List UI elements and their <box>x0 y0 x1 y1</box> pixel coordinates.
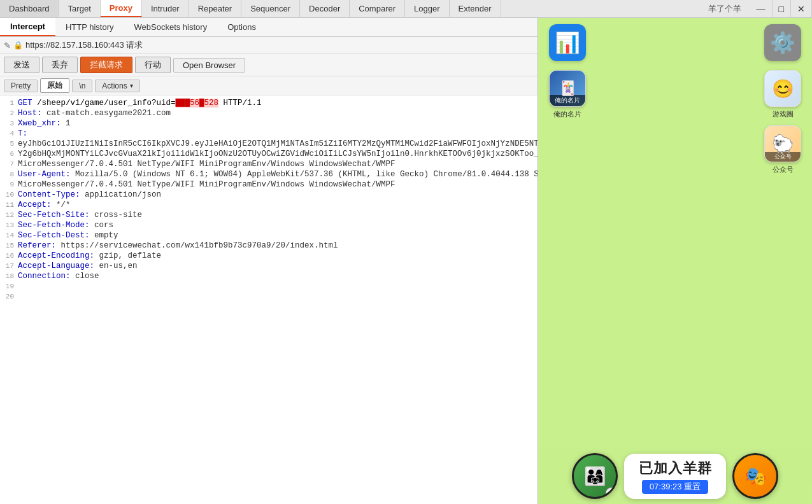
content-area: Intercept HTTP history WebSockets histor… <box>0 18 812 504</box>
request-line-17: 17Accept-Language: en-us,en <box>0 261 538 271</box>
open-browser-button[interactable]: Open Browser <box>173 58 245 73</box>
window-title: 羊了个羊 <box>699 0 750 17</box>
request-line-10: 10Content-Type: application/json <box>0 190 538 200</box>
action-button[interactable]: 行动 <box>135 57 171 73</box>
line-content: T: <box>18 129 538 139</box>
app-grid-third: 🐑 公众号 公众号 <box>538 125 812 181</box>
nav-extender[interactable]: Extender <box>450 0 501 17</box>
line-number: 9 <box>0 179 18 190</box>
line-number: 10 <box>0 190 18 200</box>
line-number: 3 <box>0 118 18 129</box>
request-line-6: 6Y2g6bHQxMjMONTYiLCJvcGVuaX2lkIjoilidWlk… <box>0 149 538 159</box>
request-line-8: 8User-Agent: Mozilla/5.0 (Windows NT 6.1… <box>0 169 538 179</box>
line-number: 20 <box>0 291 18 302</box>
line-number: 14 <box>0 230 18 241</box>
settings-icon: ⚙️ <box>764 24 801 61</box>
line-content <box>18 281 538 291</box>
line-number: 5 <box>0 139 18 149</box>
tab-options[interactable]: Options <box>217 18 266 36</box>
minimize-btn[interactable]: — <box>750 0 773 17</box>
pretty-button[interactable]: Pretty <box>4 80 38 92</box>
request-line-4: 4T: <box>0 129 538 139</box>
line-number: 2 <box>0 108 18 118</box>
line-number: 12 <box>0 210 18 220</box>
line-number: 8 <box>0 169 18 179</box>
bottom-bar: 👨‍👩‍👧 🐑 已加入羊群 07:39:23 重置 🎭 <box>538 448 812 504</box>
request-line-5: 5eyJhbGciOiJIUzI1NiIsInR5cCI6IkpXVCJ9.ey… <box>0 139 538 149</box>
line-number: 17 <box>0 261 18 271</box>
center-banner: 已加入羊群 07:39:23 重置 <box>624 454 726 499</box>
app-icon-friendscircle[interactable]: 👨‍👩‍👧 🐑 <box>572 453 618 499</box>
url-bar: ✎ 🔒 https://82.157.158.160:443 请求 <box>0 37 538 54</box>
nav-dashboard[interactable]: Dashboard <box>0 0 59 17</box>
nav-comparer[interactable]: Comparer <box>350 0 405 17</box>
line-number: 18 <box>0 271 18 281</box>
line-content: Connection: close <box>18 271 538 281</box>
nav-intruder[interactable]: Intruder <box>142 0 189 17</box>
line-content: Xweb_xhr: 1 <box>18 118 538 129</box>
nav-repeater[interactable]: Repeater <box>189 0 241 17</box>
line-number: 4 <box>0 129 18 139</box>
request-area[interactable]: 1GET /sheep/v1/game/user_info?uid=███56█… <box>0 95 538 504</box>
app-label-publicaccount: 公众号 <box>773 165 794 174</box>
app-icon-settings[interactable]: ⚙️ <box>760 24 806 64</box>
line-content: Sec-Fetch-Dest: empty <box>18 230 538 241</box>
line-number: 15 <box>0 241 18 251</box>
ln-button[interactable]: \n <box>72 80 92 92</box>
line-content: Accept-Encoding: gzip, deflate <box>18 251 538 261</box>
nav-logger[interactable]: Logger <box>405 0 449 17</box>
url-text: https://82.157.158.160:443 请求 <box>25 39 534 51</box>
send-button[interactable]: 发送 <box>4 57 39 73</box>
close-btn[interactable]: ✕ <box>791 0 812 17</box>
line-number: 19 <box>0 281 18 291</box>
tab-ws-history[interactable]: WebSockets history <box>124 18 218 36</box>
format-toolbar: Pretty 原始 \n Actions ▾ <box>0 76 538 95</box>
line-number: 1 <box>0 98 18 108</box>
request-line-12: 12Sec-Fetch-Site: cross-site <box>0 210 538 220</box>
intercept-button[interactable]: 拦截请求 <box>80 57 132 73</box>
line-number: 11 <box>0 200 18 210</box>
actions-dropdown[interactable]: Actions ▾ <box>95 80 139 92</box>
right-panel: 📊 ⚙️ 俺的名片 🃏 俺的名片 <box>538 18 812 504</box>
line-number: 13 <box>0 220 18 230</box>
action-buttons-bar: 发送 丢弃 拦截请求 行动 Open Browser <box>0 54 538 76</box>
line-content: MicroMessenger/7.0.4.501 NetType/WIFI Mi… <box>18 159 538 169</box>
app-icon-publicaccount[interactable]: 🐑 公众号 公众号 <box>760 125 806 174</box>
line-content: MicroMessenger/7.0.4.501 NetType/WIFI Mi… <box>18 179 538 190</box>
stats-icon: 📊 <box>549 24 586 61</box>
app-label-gamecircle: 游戏圈 <box>773 109 794 119</box>
dropdown-arrow-icon: ▾ <box>130 82 133 89</box>
app-label-namecard: 俺的名片 <box>553 109 581 119</box>
nav-decoder[interactable]: Decoder <box>300 0 350 17</box>
namecard-icon: 俺的名片 🃏 <box>549 70 586 107</box>
app-icon-costume[interactable]: 🎭 <box>732 453 778 499</box>
app-icon-gamecircle[interactable]: 😊 游戏圈 <box>760 70 806 119</box>
app-grid-second: 俺的名片 🃏 俺的名片 😊 游戏圈 <box>538 70 812 125</box>
line-content: GET /sheep/v1/game/user_info?uid=███56█5… <box>18 98 538 108</box>
request-line-19: 19 <box>0 281 538 291</box>
line-number: 16 <box>0 251 18 261</box>
line-content: eyJhbGciOiJIUzI1NiIsInR5cCI6IkpXVCJ9.eyJ… <box>18 139 538 149</box>
nav-sequencer[interactable]: Sequencer <box>241 0 300 17</box>
line-content: Content-Type: application/json <box>18 190 538 200</box>
request-line-16: 16Accept-Encoding: gzip, deflate <box>0 251 538 261</box>
lock-icon: 🔒 <box>13 41 23 50</box>
raw-button[interactable]: 原始 <box>40 78 69 93</box>
app-icon-namecard[interactable]: 俺的名片 🃏 俺的名片 <box>545 70 590 119</box>
line-number: 7 <box>0 159 18 169</box>
line-content: Referer: https://servicewechat.com/wx141… <box>18 241 538 251</box>
line-content: User-Agent: Mozilla/5.0 (Windows NT 6.1;… <box>18 169 538 179</box>
edit-icon[interactable]: ✎ <box>4 41 11 50</box>
banner-timer: 07:39:23 重置 <box>642 480 708 494</box>
nav-target[interactable]: Target <box>59 0 101 17</box>
request-line-18: 18Connection: close <box>0 271 538 281</box>
tab-http-history[interactable]: HTTP history <box>55 18 124 36</box>
discard-button[interactable]: 丢弃 <box>42 57 78 73</box>
maximize-btn[interactable]: □ <box>773 0 791 17</box>
tab-intercept[interactable]: Intercept <box>0 18 55 36</box>
request-line-1: 1GET /sheep/v1/game/user_info?uid=███56█… <box>0 98 538 108</box>
nav-proxy[interactable]: Proxy <box>101 0 142 17</box>
request-line-2: 2Host: cat-match.easygame2021.com <box>0 108 538 118</box>
request-line-9: 9MicroMessenger/7.0.4.501 NetType/WIFI M… <box>0 179 538 190</box>
app-icon-stats[interactable]: 📊 <box>545 24 590 64</box>
